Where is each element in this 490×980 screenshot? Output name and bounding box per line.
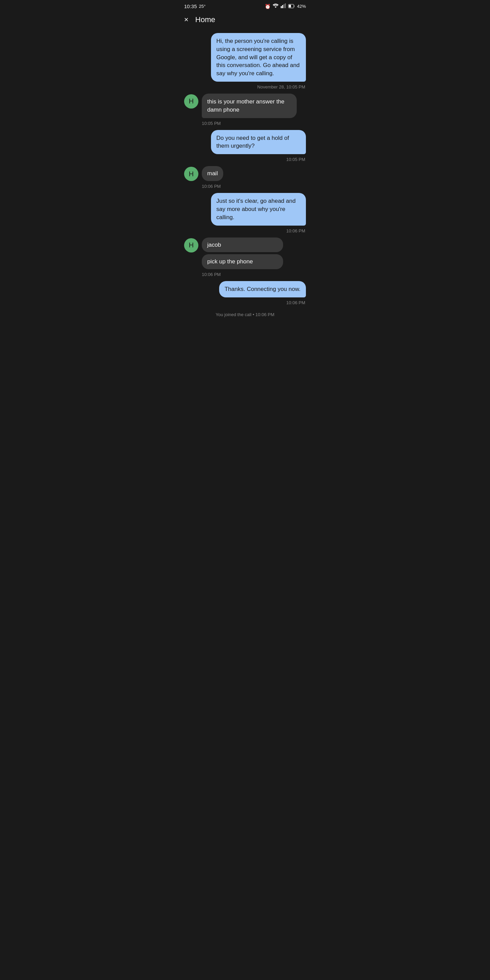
status-temp: 25°	[199, 4, 206, 9]
message-timestamp: 10:06 PM	[202, 184, 306, 189]
message-row: H this is your mother answer the damn ph…	[184, 94, 306, 118]
svg-rect-0	[281, 6, 282, 8]
message-row: H mail	[184, 166, 306, 181]
battery-percentage: 42%	[297, 4, 306, 9]
message-timestamp: November 28, 10:05 PM	[184, 84, 306, 89]
chat-container: Hi, the person you're calling is using a…	[179, 30, 311, 329]
avatar: H	[184, 94, 198, 108]
status-left: 10:35 25°	[184, 3, 205, 9]
avatar: H	[184, 167, 198, 181]
message-row: H jacob pick up the phone	[184, 237, 306, 269]
svg-rect-5	[289, 5, 291, 8]
header: × Home	[179, 11, 311, 30]
svg-rect-2	[283, 4, 285, 8]
svg-rect-3	[285, 3, 286, 8]
message-bubble: jacob	[202, 237, 283, 253]
signal-icon	[281, 3, 286, 9]
message-row: Just so it's clear, go ahead and say mor…	[184, 193, 306, 225]
message-bubble: pick up the phone	[202, 254, 283, 269]
status-bar: 10:35 25° ⏰	[179, 0, 311, 11]
status-time: 10:35	[184, 3, 197, 9]
multiple-bubbles: jacob pick up the phone	[202, 237, 306, 269]
message-timestamp: 10:05 PM	[202, 121, 306, 126]
message-bubble: mail	[202, 166, 223, 181]
wifi-icon	[272, 3, 279, 9]
message-bubble: Thanks. Connecting you now.	[219, 281, 306, 298]
system-message: You joined the call • 10:06 PM	[184, 312, 306, 317]
alarm-icon: ⏰	[265, 4, 270, 9]
message-timestamp: 10:06 PM	[202, 272, 306, 277]
message-row: Hi, the person you're calling is using a…	[184, 33, 306, 82]
message-bubble: this is your mother answer the damn phon…	[202, 94, 297, 118]
header-title: Home	[195, 15, 215, 24]
incoming-messages: jacob pick up the phone	[202, 237, 306, 269]
message-bubble: Do you need to get a hold of them urgent…	[211, 130, 306, 154]
message-timestamp: 10:05 PM	[184, 157, 306, 162]
battery-icon	[288, 4, 295, 9]
message-timestamp: 10:06 PM	[184, 300, 306, 305]
svg-rect-1	[282, 5, 283, 8]
close-button[interactable]: ×	[184, 16, 189, 24]
message-row: Thanks. Connecting you now.	[184, 281, 306, 298]
message-bubble: Just so it's clear, go ahead and say mor…	[211, 193, 306, 225]
message-row: Do you need to get a hold of them urgent…	[184, 130, 306, 154]
status-right: ⏰ 42%	[265, 3, 306, 9]
message-bubble: Hi, the person you're calling is using a…	[211, 33, 306, 82]
avatar: H	[184, 238, 198, 253]
message-timestamp: 10:06 PM	[184, 228, 306, 234]
